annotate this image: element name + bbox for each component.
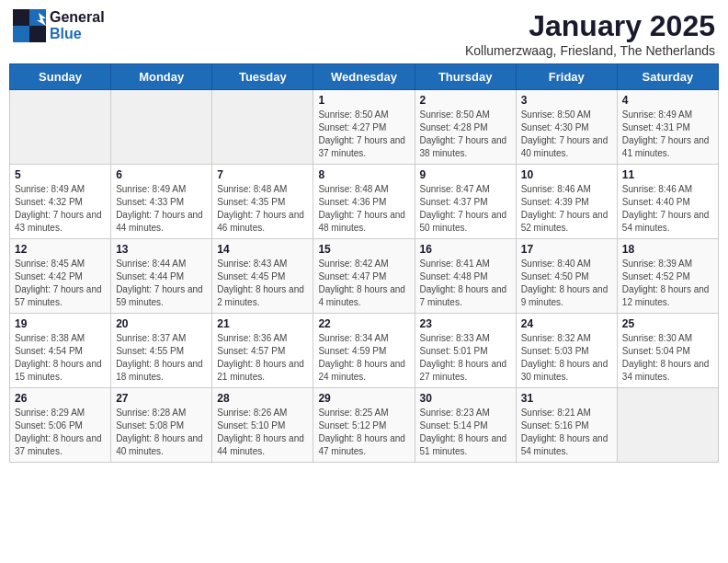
day-number: 20 bbox=[116, 317, 207, 330]
day-info: Sunrise: 8:37 AMSunset: 4:55 PMDaylight:… bbox=[116, 332, 207, 384]
day-info: Sunrise: 8:46 AMSunset: 4:39 PMDaylight:… bbox=[521, 183, 612, 235]
day-cell: 3Sunrise: 8:50 AMSunset: 4:30 PMDaylight… bbox=[516, 90, 617, 165]
day-cell: 18Sunrise: 8:39 AMSunset: 4:52 PMDayligh… bbox=[617, 239, 718, 314]
day-info: Sunrise: 8:32 AMSunset: 5:03 PMDaylight:… bbox=[521, 332, 612, 384]
day-info: Sunrise: 8:30 AMSunset: 5:04 PMDaylight:… bbox=[622, 332, 713, 384]
day-number: 12 bbox=[15, 243, 106, 256]
day-number: 21 bbox=[217, 317, 308, 330]
day-number: 9 bbox=[420, 168, 511, 181]
week-row-3: 12Sunrise: 8:45 AMSunset: 4:42 PMDayligh… bbox=[10, 239, 719, 314]
calendar-body: 1Sunrise: 8:50 AMSunset: 4:27 PMDaylight… bbox=[10, 90, 719, 463]
day-cell: 26Sunrise: 8:29 AMSunset: 5:06 PMDayligh… bbox=[10, 388, 111, 463]
day-number: 1 bbox=[318, 94, 409, 107]
day-cell bbox=[10, 90, 111, 165]
day-cell bbox=[617, 388, 718, 463]
header-cell-saturday: Saturday bbox=[617, 64, 718, 90]
page-header: General Blue January 2025 Kollumerzwaag,… bbox=[9, 9, 719, 58]
day-info: Sunrise: 8:36 AMSunset: 4:57 PMDaylight:… bbox=[217, 332, 308, 384]
day-cell: 4Sunrise: 8:49 AMSunset: 4:31 PMDaylight… bbox=[617, 90, 718, 165]
day-cell: 12Sunrise: 8:45 AMSunset: 4:42 PMDayligh… bbox=[10, 239, 111, 314]
day-info: Sunrise: 8:41 AMSunset: 4:48 PMDaylight:… bbox=[420, 258, 511, 309]
day-cell: 27Sunrise: 8:28 AMSunset: 5:08 PMDayligh… bbox=[111, 388, 212, 463]
calendar-header: SundayMondayTuesdayWednesdayThursdayFrid… bbox=[10, 64, 719, 90]
day-cell: 11Sunrise: 8:46 AMSunset: 4:40 PMDayligh… bbox=[617, 165, 718, 239]
day-number: 30 bbox=[420, 392, 511, 405]
day-cell: 2Sunrise: 8:50 AMSunset: 4:28 PMDaylight… bbox=[415, 90, 516, 165]
day-cell: 31Sunrise: 8:21 AMSunset: 5:16 PMDayligh… bbox=[516, 388, 617, 463]
day-number: 25 bbox=[622, 317, 713, 330]
day-number: 14 bbox=[217, 243, 308, 256]
day-info: Sunrise: 8:34 AMSunset: 4:59 PMDaylight:… bbox=[318, 332, 409, 384]
day-info: Sunrise: 8:48 AMSunset: 4:36 PMDaylight:… bbox=[318, 183, 409, 235]
day-number: 27 bbox=[116, 392, 207, 405]
day-info: Sunrise: 8:47 AMSunset: 4:37 PMDaylight:… bbox=[420, 183, 511, 235]
day-info: Sunrise: 8:46 AMSunset: 4:40 PMDaylight:… bbox=[622, 183, 713, 235]
day-info: Sunrise: 8:26 AMSunset: 5:10 PMDaylight:… bbox=[217, 407, 308, 458]
title-block: January 2025 Kollumerzwaag, Friesland, T… bbox=[465, 9, 715, 58]
logo-general: General bbox=[50, 9, 105, 26]
day-cell: 19Sunrise: 8:38 AMSunset: 4:54 PMDayligh… bbox=[10, 314, 111, 388]
day-info: Sunrise: 8:33 AMSunset: 5:01 PMDaylight:… bbox=[420, 332, 511, 384]
day-info: Sunrise: 8:45 AMSunset: 4:42 PMDaylight:… bbox=[15, 258, 106, 309]
day-info: Sunrise: 8:23 AMSunset: 5:14 PMDaylight:… bbox=[420, 407, 511, 458]
day-cell: 20Sunrise: 8:37 AMSunset: 4:55 PMDayligh… bbox=[111, 314, 212, 388]
calendar-table: SundayMondayTuesdayWednesdayThursdayFrid… bbox=[9, 63, 719, 463]
day-number: 6 bbox=[116, 168, 207, 181]
day-number: 31 bbox=[521, 392, 612, 405]
header-cell-tuesday: Tuesday bbox=[212, 64, 313, 90]
day-number: 11 bbox=[622, 168, 713, 181]
day-info: Sunrise: 8:40 AMSunset: 4:50 PMDaylight:… bbox=[521, 258, 612, 309]
day-info: Sunrise: 8:50 AMSunset: 4:30 PMDaylight:… bbox=[521, 109, 612, 160]
week-row-2: 5Sunrise: 8:49 AMSunset: 4:32 PMDaylight… bbox=[10, 165, 719, 239]
day-number: 28 bbox=[217, 392, 308, 405]
day-cell: 13Sunrise: 8:44 AMSunset: 4:44 PMDayligh… bbox=[111, 239, 212, 314]
day-cell: 6Sunrise: 8:49 AMSunset: 4:33 PMDaylight… bbox=[111, 165, 212, 239]
day-cell: 28Sunrise: 8:26 AMSunset: 5:10 PMDayligh… bbox=[212, 388, 313, 463]
day-number: 18 bbox=[622, 243, 713, 256]
day-number: 8 bbox=[318, 168, 409, 181]
day-number: 17 bbox=[521, 243, 612, 256]
day-cell: 25Sunrise: 8:30 AMSunset: 5:04 PMDayligh… bbox=[617, 314, 718, 388]
svg-rect-2 bbox=[13, 26, 29, 42]
day-cell: 8Sunrise: 8:48 AMSunset: 4:36 PMDaylight… bbox=[313, 165, 415, 239]
day-info: Sunrise: 8:38 AMSunset: 4:54 PMDaylight:… bbox=[15, 332, 106, 384]
day-number: 19 bbox=[15, 317, 106, 330]
day-cell: 9Sunrise: 8:47 AMSunset: 4:37 PMDaylight… bbox=[415, 165, 516, 239]
day-number: 23 bbox=[420, 317, 511, 330]
week-row-5: 26Sunrise: 8:29 AMSunset: 5:06 PMDayligh… bbox=[10, 388, 719, 463]
day-info: Sunrise: 8:28 AMSunset: 5:08 PMDaylight:… bbox=[116, 407, 207, 458]
day-info: Sunrise: 8:49 AMSunset: 4:32 PMDaylight:… bbox=[15, 183, 106, 235]
day-number: 7 bbox=[217, 168, 308, 181]
day-info: Sunrise: 8:29 AMSunset: 5:06 PMDaylight:… bbox=[15, 407, 106, 458]
day-info: Sunrise: 8:50 AMSunset: 4:27 PMDaylight:… bbox=[318, 109, 409, 160]
day-info: Sunrise: 8:25 AMSunset: 5:12 PMDaylight:… bbox=[318, 407, 409, 458]
day-cell: 7Sunrise: 8:48 AMSunset: 4:35 PMDaylight… bbox=[212, 165, 313, 239]
location-subtitle: Kollumerzwaag, Friesland, The Netherland… bbox=[465, 43, 715, 58]
header-cell-friday: Friday bbox=[516, 64, 617, 90]
day-number: 24 bbox=[521, 317, 612, 330]
day-cell: 5Sunrise: 8:49 AMSunset: 4:32 PMDaylight… bbox=[10, 165, 111, 239]
svg-rect-0 bbox=[13, 9, 29, 26]
day-number: 15 bbox=[318, 243, 409, 256]
day-info: Sunrise: 8:50 AMSunset: 4:28 PMDaylight:… bbox=[420, 109, 511, 160]
week-row-4: 19Sunrise: 8:38 AMSunset: 4:54 PMDayligh… bbox=[10, 314, 719, 388]
header-row: SundayMondayTuesdayWednesdayThursdayFrid… bbox=[10, 64, 719, 90]
day-info: Sunrise: 8:43 AMSunset: 4:45 PMDaylight:… bbox=[217, 258, 308, 309]
day-cell: 24Sunrise: 8:32 AMSunset: 5:03 PMDayligh… bbox=[516, 314, 617, 388]
day-number: 10 bbox=[521, 168, 612, 181]
day-number: 13 bbox=[116, 243, 207, 256]
day-cell: 10Sunrise: 8:46 AMSunset: 4:39 PMDayligh… bbox=[516, 165, 617, 239]
day-cell: 22Sunrise: 8:34 AMSunset: 4:59 PMDayligh… bbox=[313, 314, 415, 388]
day-cell: 16Sunrise: 8:41 AMSunset: 4:48 PMDayligh… bbox=[415, 239, 516, 314]
day-number: 4 bbox=[622, 94, 713, 107]
day-number: 16 bbox=[420, 243, 511, 256]
day-info: Sunrise: 8:42 AMSunset: 4:47 PMDaylight:… bbox=[318, 258, 409, 309]
day-info: Sunrise: 8:49 AMSunset: 4:33 PMDaylight:… bbox=[116, 183, 207, 235]
day-cell: 21Sunrise: 8:36 AMSunset: 4:57 PMDayligh… bbox=[212, 314, 313, 388]
svg-rect-3 bbox=[29, 26, 46, 42]
day-number: 22 bbox=[318, 317, 409, 330]
day-number: 5 bbox=[15, 168, 106, 181]
week-row-1: 1Sunrise: 8:50 AMSunset: 4:27 PMDaylight… bbox=[10, 90, 719, 165]
day-info: Sunrise: 8:21 AMSunset: 5:16 PMDaylight:… bbox=[521, 407, 612, 458]
day-number: 26 bbox=[15, 392, 106, 405]
